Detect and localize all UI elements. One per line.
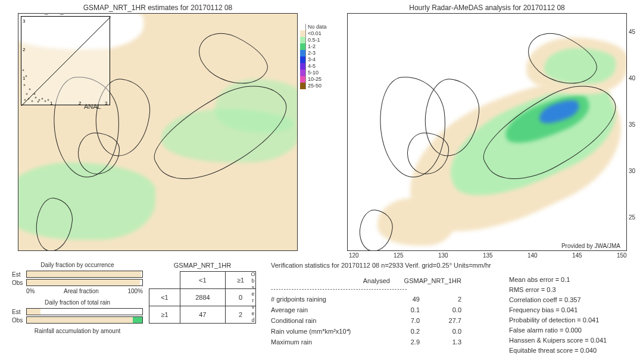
legend-item: 25-50 — [300, 83, 336, 89]
metric-row: Equitable threat score = 0.040 — [509, 347, 607, 357]
legend-item: 3-4 — [300, 57, 336, 63]
ct-col-ge: ≥1 — [225, 272, 255, 289]
metric-row: Frequency bias = 0.041 — [509, 306, 607, 316]
stats-row: Average rain0.10.0 — [271, 305, 497, 315]
metric-row: Hanssen & Kuipers score = 0.041 — [509, 337, 607, 347]
svg-text:1: 1 — [23, 76, 26, 81]
svg-point-3 — [32, 101, 33, 102]
occurrence-title: Daily fraction by occurrence — [12, 262, 143, 268]
legend-item: 1-2 — [300, 43, 336, 50]
legend-item: <0.01 — [300, 30, 336, 37]
ct-title: GSMAP_NRT_1HR — [149, 262, 256, 269]
radar-map-panel: Provided by JWA/JMA — [347, 13, 627, 251]
svg-point-7 — [29, 89, 30, 90]
metric-row: Probability of detection = 0.041 — [509, 316, 607, 327]
scatter-inset-svg: 3 2 1 1 2 3 — [21, 17, 111, 106]
svg-point-14 — [38, 101, 39, 102]
metric-row: Correlation coeff = 0.357 — [509, 296, 607, 306]
legend-item: 2-3 — [300, 50, 336, 57]
ct-lt-ge: 0 — [225, 289, 255, 306]
ct-row-lt: <1 — [149, 289, 180, 306]
svg-point-5 — [26, 93, 27, 95]
metric-row: RMS error = 0.3 — [509, 286, 607, 296]
axis-left: 0% — [26, 288, 35, 294]
stats-row: # gridpoints raining492 — [271, 294, 497, 305]
stats-row: Rain volume (mm*km²x10⁴)0.20.0 — [271, 326, 497, 337]
obs-label: Obs — [12, 280, 26, 286]
bottom-panel: Daily fraction by occurrence Est Obs 0% … — [0, 262, 643, 364]
provided-by: Provided by JWA/JMA — [561, 243, 620, 249]
right-map-title: Hourly Radar-AMeDAS analysis for 2017011… — [347, 4, 627, 12]
ct-ge-ge: 2 — [225, 306, 255, 324]
rainfall-accum-title: Rainfall accumulation by amount — [12, 328, 143, 334]
svg-text:2: 2 — [79, 101, 82, 106]
legend-item: 4-5 — [300, 63, 336, 70]
lon-tick: 150 — [617, 252, 627, 259]
lon-tick: 145 — [572, 252, 582, 259]
lat-tick: 45 — [629, 29, 635, 35]
svg-text:3: 3 — [105, 101, 108, 106]
gsmap-map-panel: GSMAP_NRT_1HR 3 2 1 1 2 3 ANAL — [18, 13, 298, 251]
svg-point-6 — [39, 99, 40, 101]
legend-item: 0.5-1 — [300, 37, 336, 43]
lon-tick: 130 — [438, 252, 448, 259]
color-legend: No data<0.010.5-11-22-33-44-55-1010-2525… — [300, 24, 336, 89]
svg-point-1 — [24, 99, 26, 101]
axis-mid: Areal fraction — [64, 288, 99, 294]
lat-tick: 40 — [629, 75, 635, 81]
lon-tick: 120 — [349, 252, 359, 259]
axis-right: 100% — [127, 288, 143, 294]
svg-line-0 — [21, 17, 111, 106]
svg-point-15 — [48, 99, 49, 101]
anal-label: ANAL — [84, 103, 101, 110]
lon-tick: 125 — [394, 252, 404, 259]
lon-tick: 140 — [527, 252, 538, 259]
inset-label: GSMAP_NRT_1HR — [23, 13, 76, 15]
svg-point-13 — [23, 70, 24, 71]
lat-tick: 35 — [629, 121, 635, 128]
metric-row: False alarm ratio = 0.000 — [509, 327, 607, 337]
stats-row: Maximum rain2.91.3 — [271, 337, 497, 347]
svg-point-9 — [34, 93, 35, 95]
lon-tick: 135 — [483, 252, 493, 259]
verif-header: Verification statistics for 20170112 08 … — [271, 262, 491, 269]
svg-text:3: 3 — [23, 18, 26, 24]
svg-point-8 — [24, 84, 25, 86]
ct-col-lt: <1 — [180, 272, 225, 289]
ct-row-ge: ≥1 — [149, 306, 180, 324]
scatter-inset: GSMAP_NRT_1HR 3 2 1 1 2 3 — [21, 16, 110, 105]
stats-row: Conditional rain7.027.7 — [271, 315, 497, 326]
est-label: Est — [12, 271, 26, 278]
lat-tick: 25 — [629, 214, 635, 221]
ct-lt-lt: 2884 — [180, 289, 225, 306]
svg-point-11 — [45, 101, 46, 102]
legend-item: 5-10 — [300, 70, 336, 76]
left-map-title: GSMAP_NRT_1HR estimates for 20170112 08 — [18, 4, 298, 12]
legend-item: 10-25 — [300, 76, 336, 83]
legend-item: No data — [300, 24, 336, 30]
svg-text:1: 1 — [50, 101, 53, 106]
svg-point-4 — [35, 97, 36, 98]
lat-tick: 30 — [629, 168, 635, 174]
contingency-table: GSMAP_NRT_1HR <1 ≥1 <1 2884 0 ≥1 47 2 — [149, 262, 256, 324]
svg-point-12 — [26, 76, 27, 77]
totalrain-title: Daily fraction of total rain — [12, 299, 143, 306]
metrics-block: Mean abs error = 0.1RMS error = 0.3Corre… — [509, 276, 607, 357]
analysed-header: Analysed GSMAP_NRT_1HR — [271, 277, 497, 284]
svg-point-10 — [42, 98, 43, 99]
metric-row: Mean abs error = 0.1 — [509, 276, 607, 286]
stats-rows: # gridpoints raining492Average rain0.10.… — [271, 294, 497, 347]
dashes: ----------------------------------------… — [271, 285, 408, 292]
fraction-bars: Daily fraction by occurrence Est Obs 0% … — [12, 262, 143, 336]
svg-text:2: 2 — [23, 47, 26, 52]
ct-ge-lt: 47 — [180, 306, 225, 324]
